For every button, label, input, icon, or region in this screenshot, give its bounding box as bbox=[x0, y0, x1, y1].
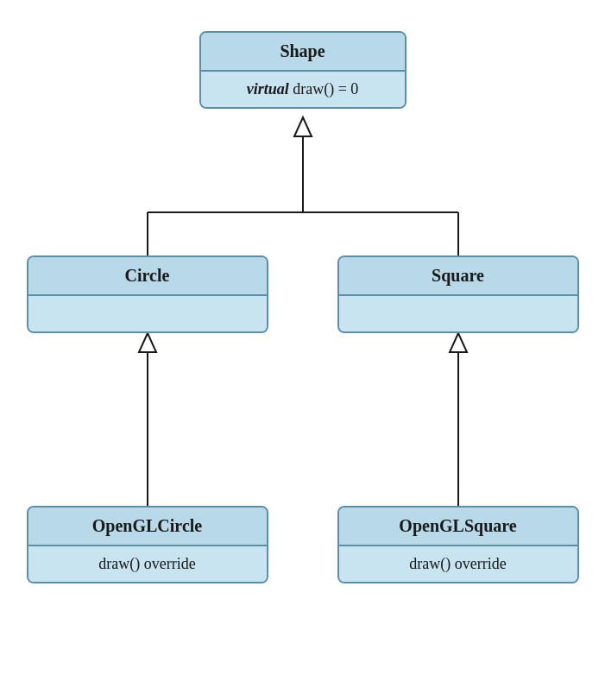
svg-marker-6 bbox=[139, 333, 156, 352]
openglsquare-class-method: draw() override bbox=[339, 546, 577, 582]
square-box: Square bbox=[337, 255, 579, 333]
circle-class-name: Circle bbox=[28, 257, 267, 296]
openglcircle-box: OpenGLCircle draw() override bbox=[27, 506, 268, 583]
openglcircle-class-method: draw() override bbox=[28, 546, 267, 582]
uml-diagram: Shape virtual draw() = 0 Circle Square O… bbox=[18, 14, 588, 687]
shape-box: Shape virtual draw() = 0 bbox=[199, 31, 406, 109]
svg-marker-4 bbox=[294, 117, 312, 136]
shape-class-method: virtual draw() = 0 bbox=[201, 72, 405, 107]
shape-class-name: Shape bbox=[201, 33, 405, 72]
openglsquare-class-name: OpenGLSquare bbox=[339, 508, 577, 546]
virtual-keyword: virtual bbox=[247, 80, 293, 98]
openglsquare-box: OpenGLSquare draw() override bbox=[337, 506, 579, 583]
square-class-name: Square bbox=[339, 257, 577, 296]
shape-method-text: draw() = 0 bbox=[293, 80, 358, 98]
circle-class-method bbox=[28, 296, 267, 331]
square-class-method bbox=[339, 296, 577, 331]
svg-marker-8 bbox=[450, 333, 467, 352]
openglcircle-class-name: OpenGLCircle bbox=[28, 508, 267, 546]
connector-layer bbox=[18, 14, 588, 687]
circle-box: Circle bbox=[27, 255, 268, 333]
